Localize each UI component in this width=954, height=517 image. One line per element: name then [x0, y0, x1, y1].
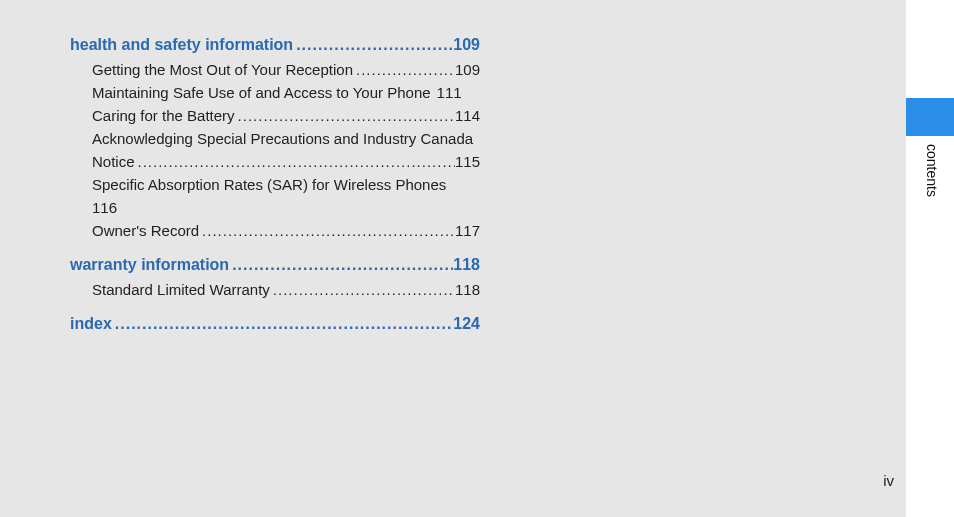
- entry-page: 115: [455, 150, 480, 173]
- entry-title: Standard Limited Warranty: [92, 278, 270, 301]
- entry-line: Acknowledging Special Precautions and In…: [92, 127, 480, 150]
- dot-leader: ........................................…: [293, 36, 453, 54]
- toc-entry: Caring for the Battery..................…: [92, 104, 480, 127]
- section-heading: warranty information....................…: [70, 256, 480, 274]
- entry-page: 117: [455, 219, 480, 242]
- entry-page: 116: [92, 196, 480, 219]
- side-section-label: contents: [924, 144, 940, 197]
- section-page: 109: [453, 36, 480, 54]
- toc-entry: Maintaining Safe Use of and Access to Yo…: [92, 81, 480, 104]
- entry-page: 118: [455, 278, 480, 301]
- entry-page: 114: [455, 104, 480, 127]
- sub-entries: Getting the Most Out of Your Reception..…: [70, 58, 480, 242]
- sub-entries: Standard Limited Warranty...............…: [70, 278, 480, 301]
- toc-entry: Owner's Record..........................…: [92, 219, 480, 242]
- dot-leader: ........................................…: [270, 278, 455, 301]
- dot-leader: ........................................…: [135, 150, 455, 173]
- dot-leader: ........................................…: [112, 315, 454, 333]
- toc-entry: Getting the Most Out of Your Reception..…: [92, 58, 480, 81]
- section-title: index: [70, 315, 112, 333]
- page-background: health and safety information...........…: [0, 0, 906, 517]
- section-title: health and safety information: [70, 36, 293, 54]
- section-page: 118: [453, 256, 480, 274]
- section-page: 124: [453, 315, 480, 333]
- entry-line: Specific Absorption Rates (SAR) for Wire…: [92, 173, 480, 196]
- section-heading: health and safety information...........…: [70, 36, 480, 54]
- entry-page: 109: [455, 58, 480, 81]
- section-heading: index...................................…: [70, 315, 480, 333]
- entry-title: Maintaining Safe Use of and Access to Yo…: [92, 81, 431, 104]
- entry-title: Caring for the Battery: [92, 104, 235, 127]
- section-title: warranty information: [70, 256, 229, 274]
- side-tab-marker: [906, 98, 954, 136]
- dot-leader: ........................................…: [235, 104, 455, 127]
- toc-entry: Notice..................................…: [92, 150, 480, 173]
- entry-title: Getting the Most Out of Your Reception: [92, 58, 353, 81]
- page-number: iv: [883, 472, 894, 489]
- entry-page: 111: [431, 81, 462, 104]
- toc-entry: Standard Limited Warranty...............…: [92, 278, 480, 301]
- dot-leader: ........................................…: [199, 219, 455, 242]
- dot-leader: ........................................…: [229, 256, 453, 274]
- dot-leader: ........................................…: [353, 58, 455, 81]
- entry-title: Notice: [92, 150, 135, 173]
- entry-title: Owner's Record: [92, 219, 199, 242]
- table-of-contents: health and safety information...........…: [70, 36, 480, 333]
